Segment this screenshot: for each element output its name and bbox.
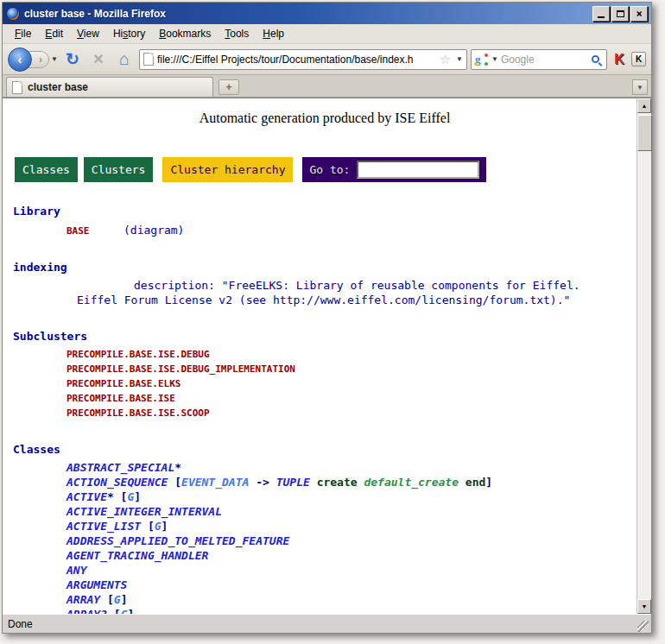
library-name-link[interactable]: BASE — [66, 224, 124, 238]
minimize-icon — [598, 16, 605, 18]
search-icon[interactable] — [592, 55, 599, 63]
doc-header: Automatic generation produced by ISE Eif… — [13, 110, 636, 126]
class-segment-cls[interactable]: ARRAY — [66, 593, 100, 606]
class-segment-plain: * — [174, 461, 181, 474]
class-entry[interactable]: ABSTRACT_SPECIAL* — [13, 460, 636, 475]
k-extension-button[interactable]: K — [631, 52, 646, 66]
indexing-description-line2: Eiffel Forum License v2 (see http://www.… — [13, 293, 636, 307]
reload-button[interactable]: ↻ — [61, 48, 84, 71]
menu-bar: FileEditViewHistoryBookmarksToolsHelp — [3, 24, 651, 44]
subcluster-link[interactable]: PRECOMPILE.BASE.ELKS — [13, 376, 636, 391]
class-segment-plain: ] — [134, 490, 141, 503]
url-dropdown-icon[interactable]: ▼ — [456, 55, 463, 63]
class-entry[interactable]: ACTION_SEQUENCE [EVENT_DATA -> TUPLE cre… — [13, 475, 636, 489]
menu-bookmarks[interactable]: Bookmarks — [152, 25, 218, 42]
subclusters-heading: Subclusters — [13, 330, 636, 343]
classes-button[interactable]: Classes — [15, 157, 78, 182]
library-diagram-link[interactable]: (diagram) — [124, 224, 184, 237]
section-library: Library BASE(diagram) — [13, 205, 636, 238]
window-controls: × — [592, 6, 648, 22]
class-segment-plain — [459, 476, 466, 489]
class-entry[interactable]: ARGUMENTS — [13, 578, 636, 592]
class-segment-plain: ] — [127, 608, 134, 614]
search-input[interactable] — [501, 54, 589, 66]
class-segment-gen: G — [155, 520, 162, 533]
url-text[interactable]: file:///C:/Eiffel Projects/tour/Document… — [157, 54, 436, 66]
search-box[interactable]: g ▼ — [471, 49, 607, 70]
kaspersky-icon[interactable]: K — [611, 52, 628, 67]
class-segment-gen: EVENT_DATA — [181, 476, 249, 489]
google-icon: g — [475, 54, 487, 66]
new-tab-button[interactable]: + — [218, 79, 239, 95]
goto-input[interactable] — [357, 161, 479, 179]
class-segment-plain: ] — [485, 476, 492, 489]
indexing-heading: indexing — [13, 261, 636, 274]
subcluster-link[interactable]: PRECOMPILE.BASE.ISE.DEBUG — [13, 347, 636, 362]
class-segment-cls[interactable]: ACTIVE — [66, 490, 107, 503]
section-classes: Classes ABSTRACT_SPECIAL*ACTION_SEQUENCE… — [13, 443, 636, 614]
title-bar[interactable]: cluster base - Mozilla Firefox × — [3, 3, 651, 24]
menu-file[interactable]: File — [8, 25, 38, 42]
class-entry[interactable]: ARRAY2 [G] — [13, 607, 636, 614]
address-bar[interactable]: file:///C:/Eiffel Projects/tour/Document… — [139, 49, 467, 70]
maximize-icon — [617, 10, 624, 17]
bookmark-star-icon[interactable]: ☆ — [440, 52, 451, 67]
menu-help[interactable]: Help — [256, 25, 291, 42]
home-button[interactable]: ⌂ — [113, 48, 136, 71]
scrollbar-track[interactable] — [637, 113, 651, 599]
menu-edit[interactable]: Edit — [38, 25, 70, 42]
indexing-description-line1: description: "FreeELKS: Library of reusa… — [13, 278, 636, 293]
menu-view[interactable]: View — [70, 25, 106, 42]
library-entry: BASE(diagram) — [13, 222, 636, 238]
section-indexing: indexing description: "FreeELKS: Library… — [13, 261, 636, 307]
back-forward-group: ‹ › ▼ — [8, 47, 58, 72]
class-segment-cls[interactable]: ACTIVE_INTEGER_INTERVAL — [66, 505, 222, 518]
menu-tools[interactable]: Tools — [218, 25, 256, 42]
class-entry[interactable]: AGENT_TRACING_HANDLER — [13, 548, 636, 563]
class-segment-cls[interactable]: ADDRESS_APPLIED_TO_MELTED_FEATURE — [66, 534, 289, 547]
scroll-up-button[interactable]: ▲ — [637, 98, 651, 113]
class-segment-cls[interactable]: ABSTRACT_SPECIAL — [66, 461, 174, 474]
tab-page-icon — [12, 81, 22, 94]
subcluster-link[interactable]: PRECOMPILE.BASE.ISE — [13, 391, 636, 406]
page-icon — [143, 53, 154, 66]
section-subclusters: Subclusters PRECOMPILE.BASE.ISE.DEBUGPRE… — [13, 330, 636, 420]
class-entry[interactable]: ARRAY [G] — [13, 592, 636, 607]
class-segment-cls[interactable]: TUPLE — [276, 476, 310, 489]
resize-grip[interactable] — [637, 621, 649, 632]
vertical-scrollbar[interactable]: ▲ ▼ — [636, 98, 651, 614]
class-segment-plain: -> — [249, 476, 276, 489]
class-entry[interactable]: ACTIVE_INTEGER_INTERVAL — [13, 504, 636, 519]
menu-history[interactable]: History — [106, 25, 152, 42]
history-dropdown-icon[interactable]: ▼ — [51, 55, 58, 63]
class-entry[interactable]: ANY — [13, 563, 636, 578]
stop-button[interactable]: ✕ — [87, 48, 110, 71]
class-segment-cls[interactable]: ACTION_SEQUENCE — [66, 476, 168, 489]
search-engine-dropdown-icon[interactable]: ▼ — [491, 55, 498, 63]
class-entry[interactable]: ACTIVE* [G] — [13, 489, 636, 504]
back-button[interactable]: ‹ — [8, 47, 32, 72]
class-entry[interactable]: ADDRESS_APPLIED_TO_MELTED_FEATURE — [13, 534, 636, 548]
class-segment-plain: [ — [107, 608, 121, 614]
class-segment-kw: end — [466, 476, 485, 489]
close-button[interactable]: × — [630, 6, 648, 22]
subcluster-link[interactable]: PRECOMPILE.BASE.ISE.SCOOP — [13, 406, 636, 420]
class-segment-plain: [ — [141, 520, 155, 533]
scroll-down-button[interactable]: ▼ — [637, 599, 651, 614]
scrollbar-thumb[interactable] — [637, 115, 652, 151]
subcluster-list: PRECOMPILE.BASE.ISE.DEBUGPRECOMPILE.BASE… — [13, 347, 636, 420]
tab-label: cluster base — [28, 81, 88, 93]
maximize-button[interactable] — [611, 6, 629, 22]
tab-list-dropdown-button[interactable]: ▼ — [632, 79, 648, 95]
cluster-hierarchy-button[interactable]: Cluster hierarchy — [162, 157, 293, 182]
class-segment-cls[interactable]: ACTIVE_LIST — [66, 520, 141, 533]
minimize-button[interactable] — [592, 6, 610, 22]
tab-cluster-base[interactable]: cluster base — [6, 77, 213, 97]
subcluster-link[interactable]: PRECOMPILE.BASE.ISE.DEBUG_IMPLEMENTATION — [13, 362, 636, 376]
class-segment-cls[interactable]: ARGUMENTS — [66, 578, 127, 591]
class-entry[interactable]: ACTIVE_LIST [G] — [13, 519, 636, 534]
class-segment-cls[interactable]: ARRAY2 — [66, 608, 107, 614]
class-segment-cls[interactable]: AGENT_TRACING_HANDLER — [66, 549, 208, 562]
class-segment-cls[interactable]: ANY — [66, 564, 86, 577]
clusters-button[interactable]: Clusters — [84, 157, 154, 182]
